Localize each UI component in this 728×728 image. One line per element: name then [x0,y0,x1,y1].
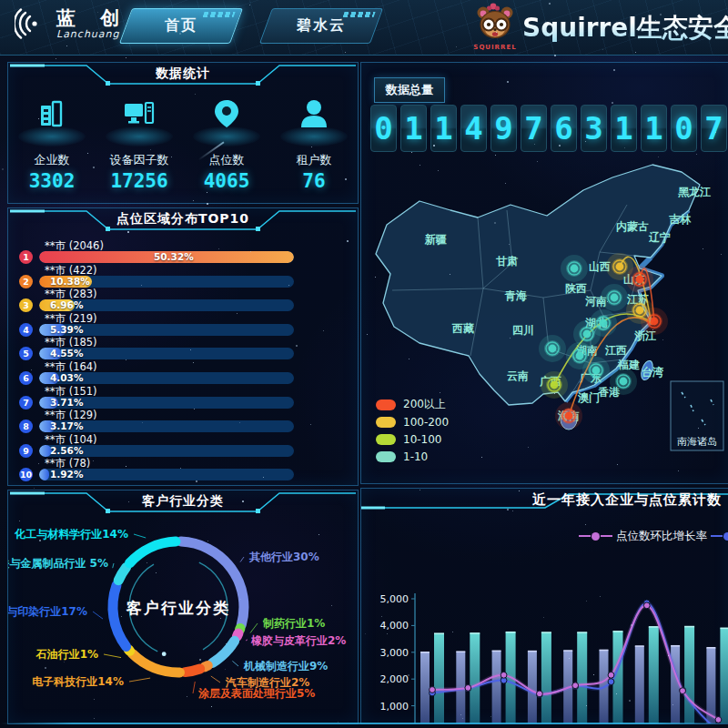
map-legend-item-3[interactable]: 10-100 [376,430,449,448]
star-decor [156,572,157,573]
panel-customer-industry: 客户行业分类 其他行业30%制药行业1%橡胶与皮革行业2%机械制造行业9%汽车制… [7,490,359,724]
star-decor [263,477,264,478]
bar-series2 [541,632,551,723]
bar-track: 4.55% [39,348,294,359]
legend-label: 200以上 [403,397,446,412]
star-decor [345,52,346,53]
donut-segment-7 [133,653,180,672]
bar-percent-label: 5.39% [50,324,83,336]
star-decor [440,392,440,393]
tab-bishuiyun-label: 碧水云 [297,16,346,35]
province-label-辽宁: 辽宁 [648,231,671,244]
star-decor [39,540,41,541]
top10-row-8: **市 (129)83.17% [19,409,347,433]
bar-percent-label: 4.55% [50,348,83,359]
bar-track: 2.56% [39,445,294,457]
star-decor [528,447,529,448]
rank-badge: 4 [19,323,33,337]
province-label-云南: 云南 [507,369,529,382]
tab-home[interactable]: 首页 [119,8,243,44]
star-decor [593,674,594,675]
donut-label: 电子科技行业14% [32,675,124,688]
y-axis-tick: 5,000 [380,593,410,605]
stats-grid: 企业数3302设备因子数17256点位数4065租户数76 [8,90,358,192]
donut-label: 制药行业1% [262,617,325,630]
panel-china-map: 数据总量 011497631107 黑龙江吉林辽宁内蒙古新疆甘肃青海西藏云南四川… [360,62,728,484]
star-decor [345,178,347,180]
rank-badge: 10 [19,468,33,481]
star-decor [2,168,4,170]
rank-badge: 2 [19,275,33,288]
panel-data-statistics: 数据统计 企业数3302设备因子数17256点位数4065租户数76 [7,62,359,204]
donut-segment-6 [186,669,200,672]
province-label-内蒙古: 内蒙古 [616,220,649,233]
star-decor [495,155,496,156]
bar-track: 50.32% [39,251,294,263]
donut-segment-11 [130,541,177,563]
bar-percent-label: 6.96% [50,299,83,311]
map-hotspot-red [555,402,582,430]
map-legend-item-2[interactable]: 100-200 [376,413,449,430]
top10-row-1: **市 (2046)150.32% [19,239,347,264]
star-decor [517,296,518,297]
panel-region-top10: 点位区域分布TOP10 **市 (2046)150.32%**市 (422)21… [7,207,359,486]
star-decor [126,57,126,58]
stat-item-2: 设备因子数17256 [96,90,183,192]
top10-bar-line: 101.92% [19,469,294,480]
map-legend-item-1[interactable]: 200以上 [376,396,449,413]
top10-row-3: **市 (283)36.96% [19,288,347,312]
star-decor [250,251,251,252]
tab-bishuiyun[interactable]: 碧水云 [259,8,383,44]
star-decor [635,52,636,53]
donut-label: 石油行业1% [35,648,98,661]
star-decor [338,722,339,723]
donut-segment-3 [237,633,238,636]
map-legend-item-4[interactable]: 1-10 [376,448,449,465]
data-total-label: 数据总量 [374,77,445,103]
rank-badge: 5 [19,347,33,360]
top10-row-5: **市 (185)54.55% [19,336,347,360]
star-decor [347,240,349,242]
star-decor [408,674,410,676]
star-decor [636,335,637,336]
bar-percent-label: 3.17% [50,420,83,432]
province-label-西藏: 西藏 [451,322,474,335]
brand-subtitle: Lanchuang [56,28,128,40]
star-decor [586,601,587,602]
top10-bar-chart: **市 (2046)150.32%**市 (422)210.38%**市 (28… [19,239,347,481]
star-decor [481,457,482,458]
donut-label: 其他行业30% [248,551,319,563]
trend-combo-chart: 01,0002,0003,0004,0005,0001月2月3月4月5月6月7月… [361,516,728,723]
sound-wave-logo-icon [15,7,47,40]
counter-digit: 0 [671,105,697,152]
map-hotspot-yellow [626,297,653,324]
star-decor [87,531,88,531]
south-sea-label: 南海诸岛 [677,436,717,448]
province-label-黑龙江: 黑龙江 [678,186,711,198]
stat-label: 设备因子数 [96,152,183,168]
counter-digit: 4 [460,105,487,152]
map-hotspot-teal [539,335,566,362]
counter-digit: 0 [370,105,397,152]
star-decor [629,700,631,702]
device-factor-icon [119,94,159,136]
donut-label: 化工与材料学行业14% [14,528,128,541]
star-decor [420,165,420,166]
rank-badge: 8 [19,420,33,433]
dashboard-root: 蓝 创 Lanchuang 首页 碧水云 [0,0,728,728]
mascot-caption: SQUIRREL [471,44,519,51]
province-label-甘肃: 甘肃 [496,255,518,268]
map-legend: 200以上100-20010-1001-10 [376,396,449,465]
tab-decoration-dashes [202,12,235,17]
top10-bar-line: 73.71% [19,397,294,409]
bar-series2 [434,633,444,723]
star-decor [128,501,129,502]
top10-row-9: **市 (104)92.56% [19,433,347,458]
bar-series2 [720,628,728,723]
stat-label: 企业数 [8,152,96,168]
star-decor [240,599,241,600]
star-decor [126,466,126,467]
map-hotspot-green [541,371,568,399]
top10-bar-line: 150.32% [19,251,294,263]
squirrel-mascot-icon [474,2,516,42]
